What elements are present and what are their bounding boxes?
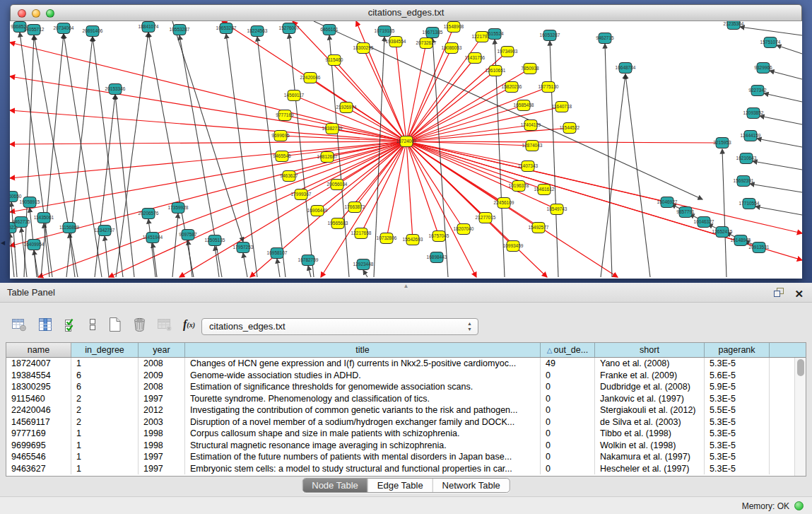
graph-node[interactable]: 16782759 bbox=[298, 255, 319, 266]
graph-node[interactable]: 9462735 bbox=[12, 217, 30, 228]
cell-out_degree[interactable]: 0 bbox=[541, 381, 595, 393]
graph-node[interactable]: 11451944 bbox=[143, 233, 163, 243]
graph-node[interactable]: 12217658 bbox=[351, 228, 372, 239]
graph-node[interactable]: 16053287 bbox=[540, 30, 560, 41]
citation-edge-red[interactable] bbox=[10, 141, 406, 144]
column-header-out_degree[interactable]: △out_de... bbox=[541, 343, 595, 357]
cell-in_degree[interactable]: 1 bbox=[71, 463, 139, 475]
graph-node[interactable]: 16898443 bbox=[427, 252, 447, 263]
cell-short[interactable]: Yano et al. (2008) bbox=[595, 358, 705, 370]
cell-out_degree[interactable]: 0 bbox=[541, 451, 595, 463]
new-table-button[interactable] bbox=[107, 317, 122, 332]
cell-pagerank[interactable]: 5.3E-5 bbox=[705, 358, 770, 370]
graph-node[interactable]: 15751074 bbox=[760, 37, 781, 48]
close-button[interactable] bbox=[18, 9, 26, 18]
graph-node[interactable]: 10553287 bbox=[170, 25, 190, 35]
graph-node[interactable]: 11544522 bbox=[560, 123, 580, 134]
citation-edge-black[interactable] bbox=[105, 236, 109, 277]
cell-pagerank[interactable]: 5.6E-5 bbox=[705, 370, 770, 382]
graph-node[interactable]: 16757045 bbox=[429, 231, 449, 242]
graph-node[interactable]: 9463627 bbox=[280, 171, 298, 182]
cell-name[interactable]: 9699695 bbox=[6, 440, 71, 452]
graph-node[interactable]: 19058915 bbox=[20, 197, 40, 208]
citation-edge-black[interactable] bbox=[770, 71, 802, 79]
citation-edge-black[interactable] bbox=[277, 259, 280, 277]
citation-edge-black[interactable] bbox=[172, 214, 178, 277]
cell-title[interactable]: Corpus callosum shape and size in male p… bbox=[185, 428, 541, 440]
cell-title[interactable]: Disruption of a novel member of a sodium… bbox=[185, 416, 541, 428]
table-row[interactable]: 977716911998Corpus callosum shape and si… bbox=[6, 428, 794, 440]
cell-year[interactable]: 2012 bbox=[139, 404, 185, 416]
cell-year[interactable]: 2008 bbox=[139, 358, 185, 370]
minimize-button[interactable] bbox=[32, 9, 40, 18]
table-row[interactable]: 1830029562008Estimation of significance … bbox=[6, 381, 794, 393]
cell-pagerank[interactable]: 5.3E-5 bbox=[705, 416, 770, 428]
tab-node-table[interactable]: Node Table bbox=[302, 479, 367, 492]
cell-pagerank[interactable]: 5.9E-5 bbox=[705, 381, 770, 393]
citation-edge-black[interactable] bbox=[308, 266, 311, 277]
citation-edge-black[interactable] bbox=[625, 74, 650, 277]
cell-year[interactable]: 1998 bbox=[139, 440, 185, 452]
cell-name[interactable]: 18300295 bbox=[6, 381, 71, 393]
graph-node[interactable]: 15276007 bbox=[279, 23, 300, 34]
cell-title[interactable]: Estimation of the future numbers of pati… bbox=[185, 451, 541, 463]
cell-year[interactable]: 1997 bbox=[139, 393, 185, 405]
graph-node[interactable]: 17359928 bbox=[168, 203, 189, 214]
graph-node[interactable]: 18775130 bbox=[539, 82, 559, 93]
function-builder-button[interactable]: f(x) bbox=[183, 318, 195, 331]
select-columns-button[interactable] bbox=[64, 317, 78, 332]
cell-short[interactable]: Tibbo et al. (1998) bbox=[595, 428, 705, 440]
table-row[interactable]: 1872400712008Changes of HCN gene express… bbox=[6, 358, 794, 370]
cell-name[interactable]: 22420046 bbox=[6, 404, 71, 416]
cell-name[interactable]: 14569117 bbox=[6, 416, 71, 428]
graph-node[interactable]: 21235364 bbox=[724, 21, 744, 30]
cell-out_degree[interactable]: 0 bbox=[541, 416, 595, 428]
cell-in_degree[interactable]: 1 bbox=[71, 428, 139, 440]
graph-node[interactable]: 18841074 bbox=[139, 22, 159, 33]
cell-short[interactable]: Nakamura et al. (1997) bbox=[595, 451, 705, 463]
citation-edge-red[interactable] bbox=[10, 42, 406, 141]
cell-year[interactable]: 1997 bbox=[139, 463, 185, 475]
cell-in_degree[interactable]: 6 bbox=[71, 370, 139, 382]
cell-pagerank[interactable]: 5.3E-5 bbox=[705, 428, 770, 440]
graph-node[interactable]: 10653287 bbox=[216, 23, 237, 34]
cell-title[interactable]: Investigating the contribution of common… bbox=[185, 404, 541, 416]
cell-out_degree[interactable]: 49 bbox=[541, 358, 595, 370]
cell-title[interactable]: Embryonic stem cells: a model to study s… bbox=[185, 463, 541, 475]
citation-edge-black[interactable] bbox=[601, 74, 625, 277]
graph-node[interactable]: 9857791 bbox=[676, 207, 695, 218]
graph-node[interactable]: 21277015 bbox=[476, 213, 496, 223]
graph-node[interactable]: 12342757 bbox=[95, 226, 115, 236]
cell-short[interactable]: Dudbridge et al. (2008) bbox=[595, 381, 705, 393]
table-row[interactable]: 911546021997Tourette syndrome. Phenomeno… bbox=[6, 393, 794, 405]
cell-short[interactable]: Jankovic et al. (1997) bbox=[595, 393, 705, 405]
citation-edge-red[interactable] bbox=[406, 69, 530, 141]
graph-node[interactable]: 11156869 bbox=[59, 223, 79, 233]
citation-edge-red[interactable] bbox=[396, 42, 406, 141]
graph-node[interactable]: 20734064 bbox=[54, 23, 74, 34]
citation-edge-black[interactable] bbox=[755, 206, 802, 215]
graph-node[interactable]: 17404119 bbox=[521, 120, 541, 131]
graph-node[interactable]: 20056034 bbox=[327, 180, 348, 190]
citation-edge-black[interactable] bbox=[64, 34, 102, 277]
graph-node[interactable]: 12505135 bbox=[205, 235, 225, 246]
cell-pagerank[interactable]: 5.3E-5 bbox=[705, 451, 770, 463]
cell-in_degree[interactable]: 2 bbox=[71, 393, 139, 405]
citation-edge-black[interactable] bbox=[777, 45, 802, 54]
close-panel-button[interactable]: ✕ bbox=[794, 288, 804, 299]
scrollbar-thumb[interactable] bbox=[797, 359, 804, 376]
graph-node[interactable]: 16906449 bbox=[307, 206, 328, 216]
cell-pagerank[interactable]: 5.3E-5 bbox=[705, 440, 770, 452]
graph-node[interactable]: 16585458 bbox=[514, 100, 534, 111]
cell-title[interactable]: Changes of HCN gene expression and I(f) … bbox=[185, 358, 541, 370]
cell-year[interactable]: 1997 bbox=[139, 451, 185, 463]
citation-edge-black[interactable] bbox=[605, 44, 612, 277]
cell-title[interactable]: Estimation of significance thresholds fo… bbox=[185, 381, 541, 393]
citation-edge-black[interactable] bbox=[750, 184, 802, 192]
cell-title[interactable]: Genome-wide association studies in ADHD. bbox=[185, 370, 541, 382]
graph-node[interactable]: 9777169 bbox=[276, 110, 294, 121]
panel-resize-handle[interactable]: ▲ bbox=[404, 284, 409, 289]
cell-year[interactable]: 1998 bbox=[139, 428, 185, 440]
cell-name[interactable]: 9115460 bbox=[6, 393, 71, 405]
cell-in_degree[interactable]: 2 bbox=[71, 416, 139, 428]
